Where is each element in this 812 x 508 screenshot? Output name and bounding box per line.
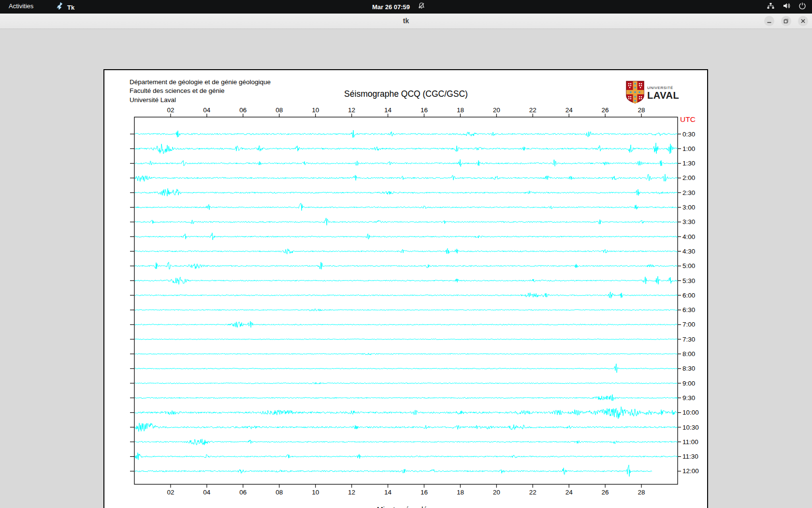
x-tick-label-top: 08 — [276, 106, 283, 114]
utc-time-label: 5:00 — [682, 262, 695, 269]
window-titlebar[interactable]: tk — [0, 14, 812, 29]
x-tick-label-bottom: 26 — [602, 489, 609, 496]
x-tick-label-top: 18 — [457, 106, 464, 114]
x-tick-label-bottom: 16 — [420, 489, 428, 496]
seismic-trace — [135, 309, 678, 311]
x-tick-label-bottom: 06 — [239, 489, 246, 496]
focused-app-menu[interactable]: Tk — [56, 2, 74, 13]
x-tick-label-top: 16 — [420, 106, 428, 114]
x-tick-label-bottom: 08 — [276, 489, 283, 496]
seismic-trace — [135, 218, 678, 225]
seismic-trace — [135, 262, 678, 269]
seismic-trace — [135, 465, 652, 477]
x-tick-label-top: 24 — [566, 106, 573, 114]
utc-time-label: 4:00 — [682, 233, 695, 240]
utc-time-label: 8:00 — [682, 350, 695, 358]
utc-time-label: 12:00 — [682, 467, 699, 475]
seismic-trace — [135, 423, 678, 432]
seismic-trace — [135, 353, 678, 355]
utc-time-label: 8:30 — [682, 365, 695, 372]
seismic-trace — [135, 189, 678, 196]
seismograph-canvas: Département de géologie et de génie géol… — [103, 69, 708, 508]
seismic-trace — [135, 233, 678, 240]
x-tick-label-bottom: 04 — [203, 489, 211, 496]
tk-window-body: Département de géologie et de génie géol… — [0, 29, 812, 508]
seismic-trace — [135, 394, 678, 401]
seismogram-plot: 0202040406060808101012121414161618182020… — [104, 70, 707, 508]
seismic-trace — [135, 160, 678, 167]
x-axis-title: Minutes écoulées — [377, 505, 435, 508]
x-tick-label-top: 22 — [529, 106, 536, 114]
utc-time-label: 4:30 — [682, 248, 695, 255]
utc-time-label: 3:00 — [682, 204, 695, 211]
x-tick-label-top: 02 — [167, 106, 174, 114]
x-tick-label-top: 12 — [348, 106, 355, 114]
clock-group[interactable]: Mar 26 07:59 — [372, 2, 425, 12]
seismic-trace — [135, 339, 678, 340]
x-tick-label-top: 26 — [602, 106, 609, 114]
x-tick-label-top: 04 — [203, 106, 211, 114]
utc-time-label: 2:00 — [682, 174, 695, 181]
x-tick-label-top: 28 — [638, 106, 645, 114]
seismic-trace — [135, 407, 678, 419]
seismic-trace — [135, 439, 678, 445]
seismic-trace — [135, 248, 678, 254]
activities-button[interactable]: Activities — [9, 2, 33, 10]
tk-icon — [56, 2, 64, 13]
maximize-button[interactable] — [781, 16, 791, 26]
x-tick-label-top: 20 — [493, 106, 500, 114]
utc-time-label: 0:30 — [682, 131, 695, 138]
utc-time-label: 11:30 — [682, 453, 698, 460]
minimize-button[interactable] — [764, 16, 774, 26]
x-tick-label-top: 10 — [312, 106, 319, 114]
x-tick-label-bottom: 10 — [312, 489, 319, 496]
utc-time-label: 10:00 — [682, 409, 699, 416]
network-wired-icon — [767, 2, 775, 12]
seismic-trace — [135, 364, 678, 373]
volume-icon — [783, 2, 791, 12]
close-button[interactable] — [798, 16, 808, 26]
utc-time-label: 2:30 — [682, 189, 695, 196]
focused-app-name: Tk — [67, 4, 74, 11]
notifications-disabled-icon — [418, 2, 425, 12]
utc-time-label: 5:30 — [682, 277, 695, 284]
window-title: tk — [0, 17, 812, 25]
power-icon — [798, 2, 806, 12]
utc-time-label: 6:30 — [682, 306, 695, 314]
seismic-trace — [135, 453, 678, 460]
seismic-trace — [135, 130, 678, 138]
utc-time-label: 1:30 — [682, 160, 695, 167]
x-tick-label-bottom: 24 — [566, 489, 573, 496]
utc-axis-title: UTC — [680, 115, 696, 123]
seismic-trace — [135, 174, 678, 181]
utc-time-label: 10:30 — [682, 424, 699, 431]
utc-time-label: 9:00 — [682, 380, 695, 387]
x-tick-label-bottom: 20 — [493, 489, 500, 496]
x-tick-label-bottom: 12 — [348, 489, 355, 496]
x-tick-label-bottom: 14 — [384, 489, 392, 496]
utc-time-label: 7:30 — [682, 336, 695, 343]
seismic-trace — [135, 382, 678, 384]
system-status-area[interactable] — [767, 2, 806, 12]
seismic-trace — [135, 276, 678, 284]
seismic-trace — [135, 143, 678, 154]
x-tick-label-bottom: 22 — [529, 489, 536, 496]
utc-time-label: 1:00 — [682, 145, 695, 152]
x-tick-label-top: 06 — [239, 106, 246, 114]
gnome-top-bar: Activities Tk Mar 26 07:59 — [0, 0, 812, 14]
x-tick-label-bottom: 28 — [638, 489, 645, 496]
x-tick-label-bottom: 02 — [167, 489, 174, 496]
utc-time-label: 3:30 — [682, 218, 695, 225]
seismic-trace — [135, 203, 678, 210]
x-tick-label-bottom: 18 — [457, 489, 464, 496]
utc-time-label: 6:00 — [682, 292, 695, 299]
seismic-trace — [135, 292, 678, 298]
x-tick-label-top: 14 — [384, 106, 392, 114]
utc-time-label: 7:00 — [682, 321, 695, 328]
clock: Mar 26 07:59 — [372, 3, 410, 11]
seismic-trace — [135, 321, 678, 328]
plot-border — [134, 117, 678, 484]
utc-time-label: 11:00 — [682, 438, 698, 446]
utc-time-label: 9:30 — [682, 394, 695, 402]
